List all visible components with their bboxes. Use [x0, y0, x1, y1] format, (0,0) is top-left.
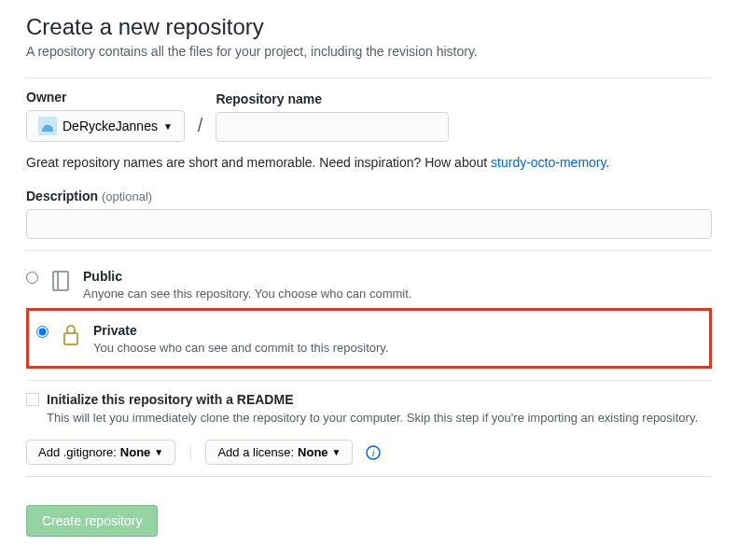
- public-title: Public: [83, 269, 122, 284]
- repo-name-label: Repository name: [216, 91, 449, 106]
- lock-icon: [58, 322, 84, 348]
- suggestion-link[interactable]: sturdy-octo-memory: [491, 155, 606, 170]
- owner-select[interactable]: DeRyckeJannes ▼: [26, 110, 185, 142]
- visibility-public-option[interactable]: Public Anyone can see this repository. Y…: [26, 262, 712, 306]
- visibility-private-option[interactable]: Private You choose who can see and commi…: [36, 316, 702, 360]
- license-select[interactable]: Add a license: None ▼: [205, 440, 353, 465]
- public-desc: Anyone can see this repository. You choo…: [83, 287, 411, 301]
- private-highlight: Private You choose who can see and commi…: [26, 308, 712, 369]
- description-input[interactable]: [26, 209, 712, 239]
- create-repository-button[interactable]: Create repository: [26, 505, 158, 537]
- divider: [26, 380, 712, 381]
- owner-label: Owner: [26, 90, 185, 105]
- name-tip: Great repository names are short and mem…: [26, 155, 712, 170]
- separator: |: [188, 444, 192, 461]
- private-radio[interactable]: [36, 326, 49, 338]
- page-title: Create a new repository: [26, 14, 712, 40]
- info-icon[interactable]: i: [366, 445, 381, 460]
- slash-separator: /: [194, 115, 207, 142]
- divider: [26, 476, 712, 477]
- repo-name-input[interactable]: [216, 112, 449, 142]
- private-desc: You choose who can see and commit to thi…: [93, 341, 389, 355]
- gitignore-select[interactable]: Add .gitignore: None ▼: [26, 440, 175, 465]
- init-readme-row[interactable]: Initialize this repository with a README: [26, 392, 712, 407]
- page-subtitle: A repository contains all the files for …: [26, 44, 712, 59]
- readme-label: Initialize this repository with a README: [47, 392, 293, 407]
- divider: [26, 77, 712, 78]
- caret-down-icon: ▼: [163, 121, 173, 132]
- avatar-icon: [38, 117, 57, 135]
- owner-value: DeRyckeJannes: [63, 119, 158, 133]
- readme-checkbox[interactable]: [26, 393, 39, 406]
- caret-down-icon: ▼: [332, 447, 341, 457]
- divider: [26, 250, 712, 251]
- repo-icon: [48, 268, 74, 294]
- readme-desc: This will let you immediately clone the …: [47, 411, 712, 425]
- caret-down-icon: ▼: [154, 447, 163, 457]
- svg-text:i: i: [372, 447, 375, 458]
- svg-rect-2: [57, 272, 59, 290]
- svg-rect-3: [64, 333, 77, 344]
- private-title: Private: [93, 323, 137, 338]
- public-radio[interactable]: [26, 272, 38, 284]
- description-label: Description (optional): [26, 189, 712, 203]
- svg-rect-1: [53, 272, 68, 290]
